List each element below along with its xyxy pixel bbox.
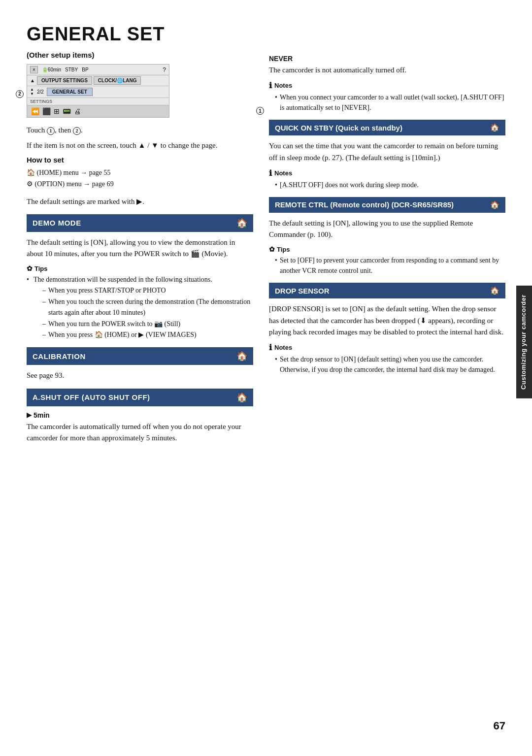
remotectrl-tips-label: Tips [277, 246, 290, 253]
settings-label: SETTINGS [27, 98, 169, 105]
remotectrl-body: The default setting is [ON], allowing yo… [269, 218, 505, 241]
question-icon: ? [163, 66, 166, 73]
dropsensor-notes-title: ℹ Notes [269, 343, 505, 352]
tri-marker: ▶ [27, 411, 32, 419]
tips-label: Tips [34, 265, 48, 272]
dropsensor-header: DROP SENSOR 🏠 [269, 283, 505, 298]
sidebar-tab: Customizing your camcorder [516, 286, 532, 398]
demo-mode-body: The default setting is [ON], allowing yo… [27, 237, 253, 260]
if-text: If the item is not on the screen, touch … [27, 140, 253, 151]
demo-tip-sub-4: When you press 🏠 (HOME) or ▶ (VIEW IMAGE… [42, 329, 253, 340]
demo-tip-sub-1: When you press START/STOP or PHOTO [42, 285, 253, 296]
x-button: × [30, 66, 38, 73]
calibration-body: See page 93. [27, 370, 253, 381]
ashutoff-notes-list: When you connect your camcorder to a wal… [269, 92, 505, 113]
ashutoff-header: A.SHUT OFF (Auto shut off) 🏠 [27, 389, 253, 406]
dropsensor-label: DROP SENSOR [275, 287, 330, 295]
touch-text: Touch 1, then 2. [27, 125, 253, 136]
left-column: (Other setup items) 2 × 🔋60min STBY BP ?… [27, 51, 253, 448]
calibration-home-icon: 🏠 [236, 351, 248, 362]
other-setup-subtitle: (Other setup items) [27, 51, 253, 59]
dropsensor-body: [DROP SENSOR] is set to [ON] as the defa… [269, 303, 505, 338]
dropsensor-notes: ℹ Notes Set the drop sensor to [ON] (def… [269, 343, 505, 375]
remotectrl-tips: ✿ Tips Set to [OFF] to prevent your camc… [269, 245, 505, 276]
icon2: ⬛ [42, 107, 51, 115]
tips-title: ✿ Tips [27, 264, 253, 272]
notes-label: Notes [274, 82, 292, 89]
remotectrl-label: REMOTE CTRL (Remote control) (DCR-SR65/S… [275, 200, 454, 209]
icon1: ⏪ [31, 107, 39, 115]
right-column: NEVER The camcorder is not automatically… [269, 51, 505, 448]
up-arrow-icon: ▲ [30, 78, 35, 83]
ashutoff-note-item: When you connect your camcorder to a wal… [275, 92, 505, 113]
demo-mode-label: DEMO MODE [33, 219, 81, 227]
calibration-header: CALIBRATION 🏠 [27, 347, 253, 365]
ashutoff-notes: ℹ Notes When you connect your camcorder … [269, 81, 505, 113]
ashutoff-5min: 5min [33, 411, 50, 419]
nav-arrows: ▲ ▼ [30, 88, 34, 96]
quickon-notes: ℹ Notes [A.SHUT OFF] does not work durin… [269, 168, 505, 190]
demo-tip-sub-2: When you touch the screen during the dem… [42, 296, 253, 319]
remotectrl-tip-item: Set to [OFF] to prevent your camcorder f… [275, 255, 505, 276]
quickon-header: QUICK ON STBY (Quick on standby) 🏠 [269, 120, 505, 135]
icon5: 🖨 [74, 107, 81, 115]
icon4: 📟 [63, 107, 71, 115]
never-body: The camcorder is not automatically turne… [269, 65, 505, 76]
never-label: NEVER [269, 55, 505, 63]
remotectrl-tips-list: Set to [OFF] to prevent your camcorder f… [269, 255, 505, 276]
quickon-label: QUICK ON STBY (Quick on standby) [275, 124, 402, 132]
calibration-label: CALIBRATION [33, 352, 86, 361]
dropsensor-home-icon: 🏠 [490, 286, 499, 295]
quickon-notes-label: Notes [274, 169, 292, 177]
clock-lang-btn: CLOCK/🌐LANG [94, 76, 141, 85]
stby-indicator: STBY [65, 67, 78, 72]
remotectrl-home-icon: 🏠 [490, 200, 499, 209]
default-settings-note: The default settings are marked with ▶. [27, 196, 253, 207]
demo-mode-header: DEMO MODE 🏠 [27, 214, 253, 232]
option-menu-ref: ⚙ (OPTION) menu → page 69 [27, 178, 253, 190]
general-set-btn: GENERAL SET [47, 88, 93, 96]
page-title: GENERAL SET [27, 24, 505, 45]
demo-tip-sublist: When you press START/STOP or PHOTO When … [33, 285, 253, 340]
ashutoff-sublabel: ▶ 5min [27, 411, 253, 419]
quickon-body: You can set the time that you want the c… [269, 140, 505, 164]
quickon-home-icon: 🏠 [490, 123, 499, 132]
battery-indicator: 🔋60min [42, 67, 61, 72]
demo-tips-list: The demonstration will be suspended in t… [27, 274, 253, 340]
ashutoff-label: A.SHUT OFF (Auto shut off) [33, 393, 150, 401]
home-menu-ref: 🏠 (HOME) menu → page 55 [27, 167, 253, 179]
demo-mode-home-icon: 🏠 [236, 218, 248, 229]
dropsensor-notes-icon: ℹ [269, 343, 272, 352]
bp-indicator: BP [82, 67, 88, 72]
ashutoff-body: The camcorder is automatically turned of… [27, 421, 253, 444]
camera-ui-mockup: × 🔋60min STBY BP ? ▲ OUTPUT SETTINGS CLO… [27, 64, 169, 118]
how-to-set-heading: How to set [27, 156, 253, 164]
dropsensor-notes-label: Notes [274, 344, 292, 351]
demo-tip-sub-3: When you turn the POWER switch to 📷 (Sti… [42, 319, 253, 329]
remotectrl-tips-icon: ✿ [269, 245, 275, 253]
notes-icon: ℹ [269, 81, 272, 90]
camera-ui-container: 2 × 🔋60min STBY BP ? ▲ OUTPUT SETTINGS C… [27, 64, 253, 118]
quickon-notes-title: ℹ Notes [269, 168, 505, 178]
dropsensor-notes-list: Set the drop sensor to [ON] (default set… [269, 354, 505, 375]
ashutoff-notes-title: ℹ Notes [269, 81, 505, 90]
page-number: 67 [494, 720, 505, 732]
page-number-ui: 2/2 [37, 89, 44, 95]
demo-tip-item: The demonstration will be suspended in t… [27, 274, 253, 340]
demo-mode-tips: ✿ Tips The demonstration will be suspend… [27, 264, 253, 340]
dropsensor-note-item: Set the drop sensor to [ON] (default set… [275, 354, 505, 375]
output-settings-btn: OUTPUT SETTINGS [37, 76, 92, 85]
circle-1-label: 1 [256, 107, 264, 115]
icon-row: ⏪ ⬛ ⊞ 📟 🖨 [27, 105, 169, 117]
ashutoff-home-icon: 🏠 [236, 392, 248, 403]
never-section: NEVER The camcorder is not automatically… [269, 55, 505, 76]
quickon-note-item: [A.SHUT OFF] does not work during sleep … [275, 180, 505, 190]
icon3: ⊞ [54, 107, 60, 115]
quickon-notes-list: [A.SHUT OFF] does not work during sleep … [269, 180, 505, 190]
quickon-notes-icon: ℹ [269, 168, 272, 178]
remotectrl-header: REMOTE CTRL (Remote control) (DCR-SR65/S… [269, 197, 505, 213]
tips-icon: ✿ [27, 264, 33, 272]
circle-2-label: 2 [16, 90, 24, 98]
remotectrl-tips-title: ✿ Tips [269, 245, 505, 253]
